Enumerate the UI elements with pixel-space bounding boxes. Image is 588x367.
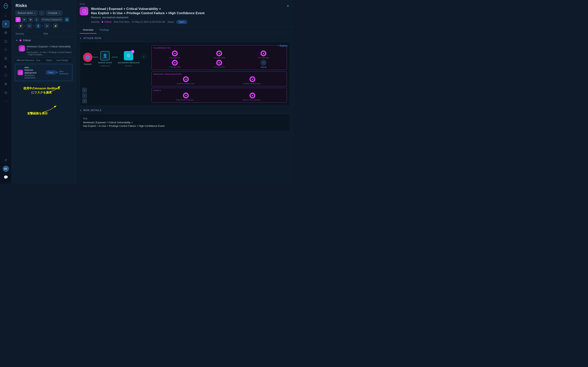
sidebar-item-shield[interactable]: ⛨ xyxy=(2,63,10,71)
misconfig-item-1[interactable]: Container allowing privile... xyxy=(220,76,285,84)
open-status-badge[interactable]: Open xyxy=(176,20,187,24)
vuln-label-4: CVE-2022-1587 xyxy=(214,66,225,68)
col-last-change: Last Change xyxy=(56,59,71,61)
exposed-icon: 🌐 xyxy=(83,53,92,62)
resource-status-btn[interactable]: Open xyxy=(46,70,56,74)
workload-badge: 11 xyxy=(131,50,134,53)
attack-path-section-header[interactable]: ▼ ATTACK PATH xyxy=(80,37,290,40)
severity-medium-btn[interactable]: M xyxy=(28,17,33,22)
sidebar-item-users[interactable]: ⚇ xyxy=(2,46,10,54)
risk-group-critical[interactable]: ▼ Critical xyxy=(12,37,76,44)
affected-header: Affected Resource Live Status Last Chang… xyxy=(14,58,73,63)
filter-tag-compute[interactable]: Compute ✕ xyxy=(46,10,62,16)
filter-tag-bedrock[interactable]: Bedrock demo ✕ xyxy=(16,10,37,16)
filter-icon-globe[interactable]: 🌐 xyxy=(64,17,69,22)
sidebar-item-alerts[interactable]: ⊟ xyxy=(2,54,10,62)
tab-overview[interactable]: Overview xyxy=(80,26,96,33)
vulnerabilities-panel: VULNERABILITIES CVE-2019-8457 xyxy=(151,45,287,70)
resource-type: Workload | Kubernetes xyxy=(25,74,36,79)
tab-findings[interactable]: Findings xyxy=(96,26,112,33)
zoom-out-btn[interactable]: − xyxy=(82,93,87,98)
vuln-see-all[interactable]: +2 See All xyxy=(242,60,285,68)
sidebar-item-risks[interactable]: ✦ xyxy=(2,20,10,28)
zoom-fit-btn[interactable]: ⤢ xyxy=(82,99,87,103)
vuln-circle-4 xyxy=(216,60,222,66)
misconfig-icon-0 xyxy=(183,76,189,82)
risk-details-header[interactable]: ▼ RISK DETAILS xyxy=(80,109,290,112)
event-item-1[interactable]: Malicious IPs or domains ... xyxy=(220,93,285,101)
severity-filter-row: C H M L Finding Categories 🌐 + ⚡ + ⊟ + 👤… xyxy=(16,17,72,28)
event-icon-0 xyxy=(183,93,189,99)
critical-severity-dot xyxy=(19,39,21,41)
sidebar-item-sync[interactable]: ↺ xyxy=(2,156,10,164)
sidebar-item-camera[interactable]: ◎ xyxy=(2,89,10,96)
remove-compute-filter[interactable]: ✕ xyxy=(59,12,60,14)
vuln-circle-0 xyxy=(172,50,178,56)
finding-categories-filter[interactable]: Finding Categories xyxy=(40,17,63,22)
col-risk: Risk xyxy=(44,33,72,35)
remove-bedrock-filter[interactable]: ✕ xyxy=(34,12,35,14)
vuln-item-0[interactable]: CVE-2019-8457 xyxy=(153,50,196,59)
affected-row-0[interactable]: ⬡ aws-bedrock-deployment Workload | Kube… xyxy=(15,64,72,81)
sidebar-item-home[interactable]: ⌂ xyxy=(2,12,10,19)
vuln-circle-1 xyxy=(216,50,222,56)
filter-icon-bolt[interactable]: ⚡ xyxy=(53,23,58,28)
sidebar-item-more[interactable]: ⋯ xyxy=(2,97,10,105)
filter-icon-group[interactable]: ⚡ xyxy=(18,23,23,28)
app-logo[interactable] xyxy=(2,2,9,9)
explore-button[interactable]: → Explore xyxy=(277,44,288,47)
filter-icon-grid[interactable]: ⊞ xyxy=(44,23,49,28)
risk-panel-header: RISK ⬡ Workload | Exposed + Critical Vul… xyxy=(76,0,294,26)
avatar[interactable]: EC xyxy=(3,166,9,172)
sidebar-item-layers[interactable]: ◫ xyxy=(2,37,10,45)
vuln-circle-3 xyxy=(172,60,178,66)
vuln-item-4[interactable]: CVE-2022-1587 xyxy=(198,60,241,68)
sidebar-item-connect[interactable]: ⊕ xyxy=(2,80,10,88)
event-item-0[interactable]: Malicious IPs or domains ... xyxy=(153,93,218,101)
misconfig-item-0[interactable]: Container running as privi... xyxy=(153,76,218,84)
sidebar-item-graph[interactable]: ⬡ xyxy=(2,71,10,79)
filter-icon-person[interactable]: 👤 xyxy=(35,23,41,28)
annotation-area: 使用中のAmazon BedRockにリスクを発見 攻撃経路を表示 xyxy=(12,84,76,119)
vuln-label-2: CVE-2024-2961 xyxy=(258,57,269,59)
add-icon[interactable]: + xyxy=(141,55,146,59)
risk-item-workload[interactable]: ⬡ Workload | Exposed + Critical Vulnerab… xyxy=(12,44,76,57)
risk-icon-workload: ⬡ xyxy=(19,45,25,51)
events-grid: Malicious IPs or domains ... Malicious I… xyxy=(153,93,285,101)
severity-low-btn[interactable]: L xyxy=(34,17,39,22)
add-node[interactable]: + xyxy=(139,55,146,59)
see-all-label[interactable]: See All xyxy=(261,66,266,68)
risks-header: Risks Bedrock demo ✕ + Compute ✕ C H M L… xyxy=(12,0,76,31)
vuln-inner-1 xyxy=(217,52,221,55)
close-button[interactable]: ✕ xyxy=(286,3,290,9)
vuln-item-3[interactable]: CVE-2022-1586 xyxy=(153,60,196,68)
panel-body: ▼ ATTACK PATH → Explore 🌐 Expos xyxy=(76,34,294,184)
col-live: Live xyxy=(36,59,46,61)
filter-icon-msg[interactable]: ⊟ xyxy=(27,23,32,28)
severity-critical-btn[interactable]: C xyxy=(16,17,21,22)
lb-label: bedrock-service xyxy=(98,62,112,64)
severity-high-btn[interactable]: H xyxy=(22,17,27,22)
workload-label: aws-bedrock-deployment xyxy=(118,62,140,64)
zoom-in-btn[interactable]: + xyxy=(82,88,87,92)
misconfig-title: INSECURE CONFIGURATIONS xyxy=(153,73,285,75)
sidebar: ⌂ ✦ ⊞ ◫ ⚇ ⊟ ⛨ ⬡ ⊕ ◎ ⋯ ↺ EC 💬 xyxy=(0,0,12,184)
sidebar-item-chat[interactable]: 💬 xyxy=(2,173,10,181)
attack-node-workload[interactable]: ⚙ 11 aws-bedrock-deployment Workload xyxy=(118,51,140,67)
attack-node-exposed[interactable]: 🌐 Exposed xyxy=(83,53,92,65)
attack-layout: 🌐 Exposed 👤 bedrock-service LoadBalancer xyxy=(83,45,287,102)
filter-add-plus[interactable]: + xyxy=(39,10,44,16)
risk-details-label: RISK DETAILS xyxy=(83,109,102,112)
sidebar-item-dashboard[interactable]: ⊞ xyxy=(2,29,10,36)
risks-title: Risks xyxy=(16,3,72,8)
risk-header-icon: ⬡ xyxy=(80,7,88,15)
risks-list: ▼ Critical ⬡ Workload | Exposed + Critic… xyxy=(12,37,76,184)
vuln-item-1[interactable]: CVE-2024-28835 xyxy=(198,50,241,59)
main-content: Risks Bedrock demo ✕ + Compute ✕ C H M L… xyxy=(12,0,294,184)
attack-node-lb[interactable]: 👤 bedrock-service LoadBalancer xyxy=(98,51,112,67)
risk-details-content: Risk Workload | Exposed + Critical Vulne… xyxy=(80,114,290,131)
vuln-item-2[interactable]: CVE-2024-2961 xyxy=(242,50,285,59)
chevron-down-icon: ▼ xyxy=(16,39,18,42)
resource-name: aws-bedrock-deployment xyxy=(25,66,36,74)
vuln-inner-4 xyxy=(217,61,221,65)
